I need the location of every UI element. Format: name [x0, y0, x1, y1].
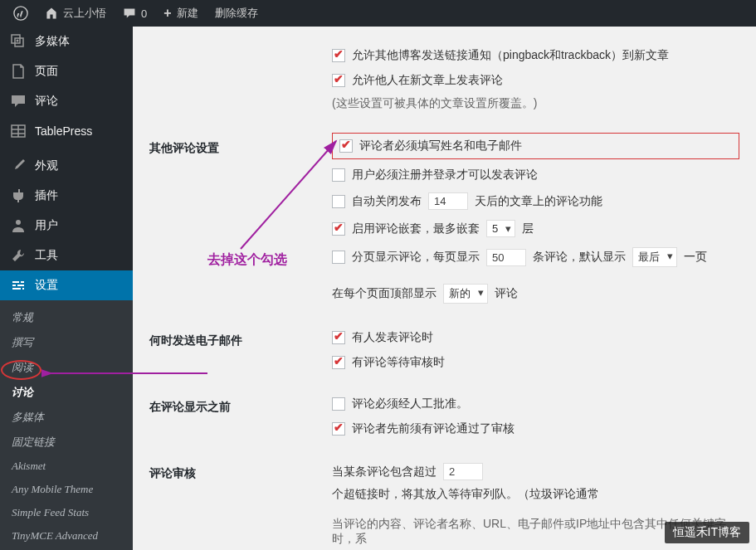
submenu-anymobile[interactable]: Any Mobile Theme — [0, 478, 133, 501]
menu-media[interactable]: 多媒体 — [0, 27, 133, 56]
submenu-media[interactable]: 多媒体 — [0, 405, 133, 430]
paginate-label-1: 分页显示评论，每页显示 — [352, 250, 480, 265]
moderation-text-2: 个超链接时，将其放入等待审列队。（垃圾评论通常 — [332, 487, 599, 502]
must-register-label: 用户必须注册并登录才可以发表评论 — [352, 168, 538, 183]
menu-users[interactable]: 用户 — [0, 211, 133, 241]
email-on-moderation-checkbox[interactable] — [332, 356, 345, 369]
settings-note: (这些设置可被具体的文章设置所覆盖。) — [332, 93, 739, 116]
submenu-discussion[interactable]: 讨论 — [0, 380, 133, 405]
delete-cache[interactable]: 删除缓存 — [208, 0, 265, 27]
section-email: 何时发送电子邮件 — [149, 317, 332, 383]
menu-appearance-label: 外观 — [35, 158, 58, 173]
moderation-text-1: 当某条评论包含超过 — [332, 465, 437, 479]
annotation-circle — [1, 360, 41, 380]
submenu-akismet[interactable]: Akismet — [0, 455, 133, 478]
svg-rect-7 — [17, 285, 24, 286]
menu-tools[interactable]: 工具 — [0, 241, 133, 270]
allow-comments-label: 允许他人在新文章上发表评论 — [352, 73, 503, 88]
top-label-2: 评论 — [495, 286, 518, 301]
menu-appearance[interactable]: 外观 — [0, 151, 133, 181]
top-label-1: 在每个页面顶部显示 — [332, 286, 437, 301]
thread-levels-select[interactable]: 5 — [486, 220, 515, 237]
menu-tablepress[interactable]: TablePress — [0, 116, 133, 146]
require-name-email-label: 评论者必须填写姓名和电子邮件 — [359, 139, 522, 153]
comments-per-page-input[interactable] — [486, 249, 526, 266]
submenu-writing[interactable]: 撰写 — [0, 330, 133, 355]
thread-checkbox[interactable] — [332, 222, 345, 236]
email-on-moderation-label: 有评论等待审核时 — [352, 355, 445, 370]
new-content[interactable]: + 新建 — [157, 0, 204, 27]
auto-close-label-2: 天后的文章上的评论功能 — [475, 194, 602, 209]
require-name-email-checkbox[interactable] — [339, 139, 353, 153]
section-other-comments: 其他评论设置 — [149, 124, 332, 317]
thread-label-2: 层 — [522, 221, 534, 236]
admin-sidebar: 多媒体 页面 评论 TablePress 外观 插件 用户 工具 设置 常规 撰… — [0, 27, 133, 550]
section-before-appear: 在评论显示之前 — [149, 383, 332, 450]
submenu-feedstats[interactable]: Simple Feed Stats — [0, 501, 133, 524]
section-moderation: 评论审核 — [149, 450, 332, 550]
menu-plugins-label: 插件 — [35, 188, 58, 203]
settings-submenu: 常规 撰写 阅读 讨论 多媒体 固定链接 Akismet Any Mobile … — [0, 300, 133, 550]
menu-settings[interactable]: 设置 — [0, 270, 133, 300]
auto-close-label-1: 自动关闭发布 — [352, 194, 422, 209]
menu-pages[interactable]: 页面 — [0, 56, 133, 86]
auto-close-days-input[interactable] — [428, 192, 468, 210]
comments-number: 0 — [141, 7, 147, 20]
submenu-general[interactable]: 常规 — [0, 305, 133, 330]
menu-pages-label: 页面 — [35, 64, 58, 79]
svg-rect-6 — [12, 285, 16, 286]
menu-tablepress-label: TablePress — [35, 124, 92, 138]
submenu-permalinks[interactable]: 固定链接 — [0, 430, 133, 455]
svg-rect-4 — [12, 281, 19, 283]
menu-users-label: 用户 — [35, 218, 58, 233]
max-links-input[interactable] — [443, 463, 483, 480]
site-name[interactable]: 云上小悟 — [38, 0, 113, 27]
menu-media-label: 多媒体 — [35, 34, 70, 49]
menu-plugins[interactable]: 插件 — [0, 181, 133, 211]
svg-rect-5 — [21, 281, 24, 283]
svg-rect-9 — [22, 288, 24, 290]
annotation-text: 去掉这个勾选 — [207, 251, 287, 269]
paginate-checkbox[interactable] — [332, 251, 345, 264]
must-register-checkbox[interactable] — [332, 168, 345, 182]
content-area: 允许其他博客发送链接通知（pingback和trackback）到新文章 允许他… — [133, 27, 756, 550]
thread-label-1: 启用评论嵌套，最多嵌套 — [352, 221, 480, 236]
manual-approve-label: 评论必须经人工批准。 — [352, 397, 468, 411]
watermark: 恒遥禾IT博客 — [665, 522, 749, 543]
allow-comments-checkbox[interactable] — [332, 74, 345, 87]
menu-settings-label: 设置 — [35, 278, 58, 293]
comment-order-select[interactable]: 新的 — [443, 284, 488, 304]
paginate-label-3: 一页 — [684, 250, 707, 265]
paginate-label-2: 条评论，默认显示 — [533, 250, 626, 265]
comments-count[interactable]: 0 — [116, 0, 154, 27]
svg-point-1 — [17, 40, 19, 42]
svg-rect-8 — [12, 288, 21, 290]
submenu-tinymce[interactable]: TinyMCE Advanced — [0, 524, 133, 548]
svg-point-3 — [16, 220, 21, 225]
menu-tools-label: 工具 — [35, 248, 58, 263]
menu-comments[interactable]: 评论 — [0, 86, 133, 116]
wp-logo[interactable] — [7, 0, 35, 27]
site-name-text: 云上小悟 — [63, 6, 106, 21]
email-on-post-checkbox[interactable] — [332, 331, 345, 344]
new-label: 新建 — [177, 6, 198, 21]
email-on-post-label: 有人发表评论时 — [352, 330, 433, 345]
auto-close-checkbox[interactable] — [332, 195, 345, 208]
plus-icon: + — [163, 6, 171, 21]
pingback-label: 允许其他博客发送链接通知（pingback和trackback）到新文章 — [352, 48, 669, 63]
manual-approve-checkbox[interactable] — [332, 397, 345, 411]
menu-comments-label: 评论 — [35, 94, 58, 109]
prev-approved-label: 评论者先前须有评论通过了审核 — [352, 421, 515, 436]
default-page-select[interactable]: 最后 — [632, 247, 677, 267]
pingback-checkbox[interactable] — [332, 49, 345, 62]
prev-approved-checkbox[interactable] — [332, 422, 345, 436]
